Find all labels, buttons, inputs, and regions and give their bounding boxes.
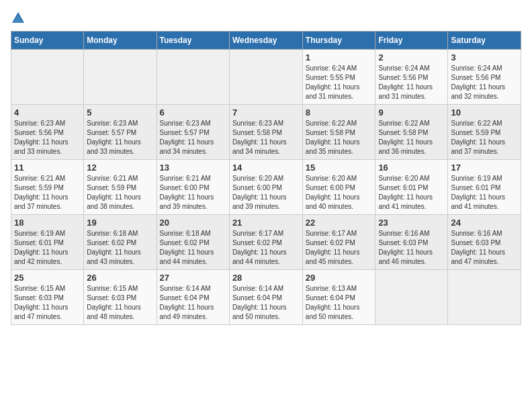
day-number: 11 xyxy=(14,163,81,173)
calendar-cell: 19Sunrise: 6:18 AM Sunset: 6:02 PM Dayli… xyxy=(84,215,157,270)
day-header-sunday: Sunday xyxy=(11,32,84,50)
calendar-cell: 4Sunrise: 6:23 AM Sunset: 5:56 PM Daylig… xyxy=(11,105,84,160)
day-number: 13 xyxy=(160,163,226,173)
calendar-cell: 17Sunrise: 6:19 AM Sunset: 6:01 PM Dayli… xyxy=(448,160,521,215)
day-info: Sunrise: 6:23 AM Sunset: 5:56 PM Dayligh… xyxy=(14,119,81,156)
day-number: 9 xyxy=(378,107,445,118)
day-number: 20 xyxy=(160,218,226,228)
calendar-cell: 14Sunrise: 6:20 AM Sunset: 6:00 PM Dayli… xyxy=(229,160,302,215)
calendar-cell xyxy=(11,50,84,105)
day-number: 18 xyxy=(14,218,81,228)
calendar-cell: 6Sunrise: 6:23 AM Sunset: 5:57 PM Daylig… xyxy=(157,105,229,160)
day-info: Sunrise: 6:20 AM Sunset: 6:00 PM Dayligh… xyxy=(306,174,373,212)
calendar-week-row: 1Sunrise: 6:24 AM Sunset: 5:55 PM Daylig… xyxy=(11,50,521,105)
day-number: 25 xyxy=(14,273,81,283)
day-info: Sunrise: 6:13 AM Sunset: 6:04 PM Dayligh… xyxy=(306,284,373,322)
day-number: 22 xyxy=(306,218,373,228)
calendar-cell: 24Sunrise: 6:16 AM Sunset: 6:03 PM Dayli… xyxy=(448,215,521,270)
calendar-cell: 7Sunrise: 6:23 AM Sunset: 5:58 PM Daylig… xyxy=(229,105,302,160)
day-number: 2 xyxy=(378,52,445,62)
calendar-week-row: 4Sunrise: 6:23 AM Sunset: 5:56 PM Daylig… xyxy=(11,105,521,160)
day-info: Sunrise: 6:21 AM Sunset: 5:59 PM Dayligh… xyxy=(14,174,81,212)
calendar-cell: 26Sunrise: 6:15 AM Sunset: 6:03 PM Dayli… xyxy=(84,270,157,325)
day-info: Sunrise: 6:19 AM Sunset: 6:01 PM Dayligh… xyxy=(14,229,81,267)
day-info: Sunrise: 6:24 AM Sunset: 5:56 PM Dayligh… xyxy=(451,64,518,101)
day-number: 26 xyxy=(87,273,153,283)
day-info: Sunrise: 6:22 AM Sunset: 5:58 PM Dayligh… xyxy=(306,119,373,156)
day-number: 27 xyxy=(160,273,226,283)
day-number: 3 xyxy=(451,52,518,62)
calendar-cell xyxy=(84,50,157,105)
day-number: 19 xyxy=(87,218,153,228)
day-number: 15 xyxy=(306,163,373,173)
day-info: Sunrise: 6:17 AM Sunset: 6:02 PM Dayligh… xyxy=(232,229,300,267)
calendar-cell: 1Sunrise: 6:24 AM Sunset: 5:55 PM Daylig… xyxy=(302,50,375,105)
day-header-friday: Friday xyxy=(375,32,448,50)
calendar-header-row: SundayMondayTuesdayWednesdayThursdayFrid… xyxy=(11,32,521,50)
day-info: Sunrise: 6:22 AM Sunset: 5:58 PM Dayligh… xyxy=(378,119,445,156)
day-number: 21 xyxy=(232,218,300,228)
calendar-cell: 21Sunrise: 6:17 AM Sunset: 6:02 PM Dayli… xyxy=(229,215,302,270)
day-number: 1 xyxy=(306,52,373,62)
day-info: Sunrise: 6:14 AM Sunset: 6:04 PM Dayligh… xyxy=(160,284,226,322)
calendar-cell: 27Sunrise: 6:14 AM Sunset: 6:04 PM Dayli… xyxy=(157,270,229,325)
day-info: Sunrise: 6:23 AM Sunset: 5:57 PM Dayligh… xyxy=(87,119,153,156)
day-info: Sunrise: 6:24 AM Sunset: 5:56 PM Dayligh… xyxy=(378,64,445,101)
day-number: 24 xyxy=(451,218,518,228)
day-info: Sunrise: 6:18 AM Sunset: 6:02 PM Dayligh… xyxy=(87,229,153,267)
calendar-cell: 10Sunrise: 6:22 AM Sunset: 5:59 PM Dayli… xyxy=(448,105,521,160)
calendar-cell xyxy=(157,50,229,105)
day-info: Sunrise: 6:21 AM Sunset: 6:00 PM Dayligh… xyxy=(160,174,226,212)
logo xyxy=(11,11,27,26)
calendar-cell: 16Sunrise: 6:20 AM Sunset: 6:01 PM Dayli… xyxy=(375,160,448,215)
day-number: 12 xyxy=(87,163,153,173)
day-number: 23 xyxy=(378,218,445,228)
day-header-monday: Monday xyxy=(84,32,157,50)
calendar-cell: 28Sunrise: 6:14 AM Sunset: 6:04 PM Dayli… xyxy=(229,270,302,325)
calendar-week-row: 18Sunrise: 6:19 AM Sunset: 6:01 PM Dayli… xyxy=(11,215,521,270)
day-number: 16 xyxy=(378,163,445,173)
calendar-cell: 18Sunrise: 6:19 AM Sunset: 6:01 PM Dayli… xyxy=(11,215,84,270)
calendar-table: SundayMondayTuesdayWednesdayThursdayFrid… xyxy=(11,31,521,325)
day-number: 29 xyxy=(306,273,373,283)
calendar-cell: 2Sunrise: 6:24 AM Sunset: 5:56 PM Daylig… xyxy=(375,50,448,105)
day-number: 8 xyxy=(306,107,373,118)
day-number: 5 xyxy=(87,107,153,118)
calendar-cell: 11Sunrise: 6:21 AM Sunset: 5:59 PM Dayli… xyxy=(11,160,84,215)
day-info: Sunrise: 6:16 AM Sunset: 6:03 PM Dayligh… xyxy=(451,229,518,267)
day-info: Sunrise: 6:20 AM Sunset: 6:00 PM Dayligh… xyxy=(232,174,300,212)
calendar-cell: 12Sunrise: 6:21 AM Sunset: 5:59 PM Dayli… xyxy=(84,160,157,215)
day-info: Sunrise: 6:22 AM Sunset: 5:59 PM Dayligh… xyxy=(451,119,518,156)
day-number: 4 xyxy=(14,107,81,118)
day-info: Sunrise: 6:23 AM Sunset: 5:58 PM Dayligh… xyxy=(232,119,300,156)
day-number: 17 xyxy=(451,163,518,173)
day-number: 14 xyxy=(232,163,300,173)
logo-icon xyxy=(11,11,26,26)
day-number: 28 xyxy=(232,273,300,283)
day-info: Sunrise: 6:20 AM Sunset: 6:01 PM Dayligh… xyxy=(378,174,445,212)
calendar-cell: 9Sunrise: 6:22 AM Sunset: 5:58 PM Daylig… xyxy=(375,105,448,160)
calendar-cell xyxy=(448,270,521,325)
day-info: Sunrise: 6:17 AM Sunset: 6:02 PM Dayligh… xyxy=(306,229,373,267)
day-header-wednesday: Wednesday xyxy=(229,32,302,50)
calendar-cell: 25Sunrise: 6:15 AM Sunset: 6:03 PM Dayli… xyxy=(11,270,84,325)
page-header xyxy=(11,11,521,26)
calendar-week-row: 11Sunrise: 6:21 AM Sunset: 5:59 PM Dayli… xyxy=(11,160,521,215)
day-header-tuesday: Tuesday xyxy=(157,32,229,50)
calendar-cell: 23Sunrise: 6:16 AM Sunset: 6:03 PM Dayli… xyxy=(375,215,448,270)
calendar-cell: 15Sunrise: 6:20 AM Sunset: 6:00 PM Dayli… xyxy=(302,160,375,215)
day-number: 7 xyxy=(232,107,300,118)
day-info: Sunrise: 6:18 AM Sunset: 6:02 PM Dayligh… xyxy=(160,229,226,267)
day-number: 10 xyxy=(451,107,518,118)
day-info: Sunrise: 6:15 AM Sunset: 6:03 PM Dayligh… xyxy=(14,284,81,322)
calendar-cell: 22Sunrise: 6:17 AM Sunset: 6:02 PM Dayli… xyxy=(302,215,375,270)
day-number: 6 xyxy=(160,107,226,118)
day-info: Sunrise: 6:14 AM Sunset: 6:04 PM Dayligh… xyxy=(232,284,300,322)
calendar-cell: 8Sunrise: 6:22 AM Sunset: 5:58 PM Daylig… xyxy=(302,105,375,160)
day-info: Sunrise: 6:23 AM Sunset: 5:57 PM Dayligh… xyxy=(160,119,226,156)
calendar-cell: 20Sunrise: 6:18 AM Sunset: 6:02 PM Dayli… xyxy=(157,215,229,270)
day-info: Sunrise: 6:21 AM Sunset: 5:59 PM Dayligh… xyxy=(87,174,153,212)
day-info: Sunrise: 6:24 AM Sunset: 5:55 PM Dayligh… xyxy=(306,64,373,101)
calendar-cell xyxy=(229,50,302,105)
day-info: Sunrise: 6:15 AM Sunset: 6:03 PM Dayligh… xyxy=(87,284,153,322)
